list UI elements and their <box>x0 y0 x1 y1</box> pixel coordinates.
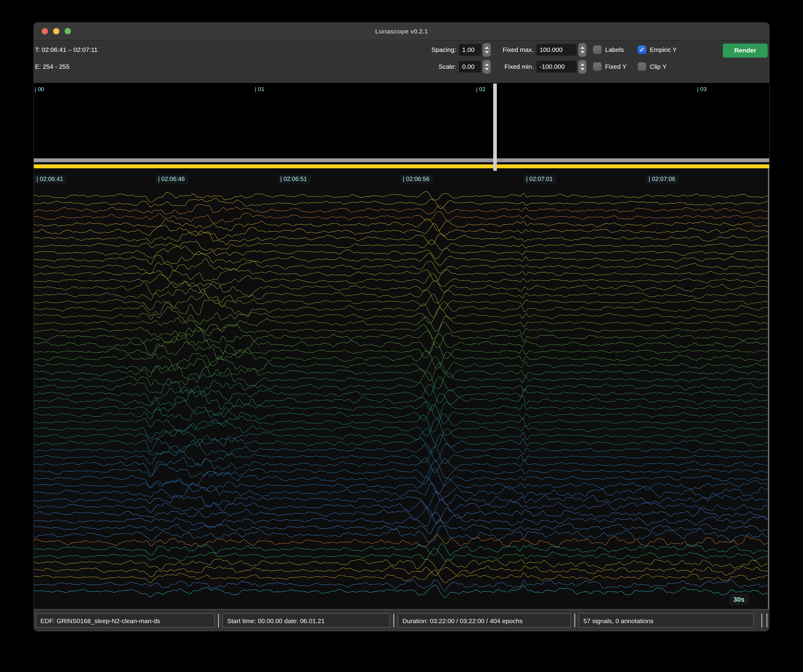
scale-input[interactable]: 0.00 <box>459 61 481 72</box>
status-bar: EDF: GRINS0168_sleep-N2-clean-man-ds Sta… <box>34 609 769 631</box>
grip-line <box>761 614 762 627</box>
navigator-tick-02: | 02 <box>476 86 485 93</box>
clip-y-checkbox-label: Clip Y <box>650 63 666 70</box>
navigator-wrap: | 00 | 01 | 02 | 03 <box>34 83 769 168</box>
fixed-min-stepper[interactable] <box>578 60 587 74</box>
stepper-up-icon[interactable] <box>580 63 585 66</box>
fixed-max-input[interactable]: 100.000 <box>536 44 577 55</box>
labels-checkbox-group[interactable]: ✓ Labels <box>593 45 638 54</box>
window-title: Lunascope v0.2.1 <box>34 23 769 40</box>
fixed-y-checkbox[interactable]: ✓ <box>593 62 601 71</box>
epoch-duration-badge: 30s <box>729 594 749 605</box>
time-range-label: T: 02:06:41 – 02:07:11 <box>35 43 98 57</box>
empiric-y-checkbox-group[interactable]: ✓ Empiric Y <box>638 45 685 54</box>
empiric-y-checkbox[interactable]: ✓ <box>638 45 646 54</box>
navigator-tick-03: | 03 <box>697 86 707 93</box>
spacing-label: Spacing: <box>428 46 456 54</box>
navigator-tick-01: | 01 <box>255 86 264 93</box>
eeg-traces <box>34 168 768 609</box>
status-separator <box>218 614 219 627</box>
navigator-tick-00: | 00 <box>35 86 44 93</box>
labels-checkbox-label: Labels <box>605 46 624 54</box>
fixed-max-stepper[interactable] <box>578 43 587 57</box>
spacing-input[interactable]: 1.00 <box>459 44 481 55</box>
stepper-down-icon[interactable] <box>580 68 585 70</box>
staging-progress-bar[interactable] <box>34 164 769 168</box>
status-duration: Duration: 03:22:00 / 03:22:00 / 404 epoc… <box>398 613 571 628</box>
status-resize-grip[interactable] <box>761 614 767 627</box>
fixed-y-checkbox-label: Fixed Y <box>605 63 627 70</box>
fixed-min-label: Fixed min. <box>497 63 534 70</box>
navigator-cursor[interactable] <box>493 84 497 171</box>
status-separator <box>393 614 394 627</box>
clip-y-checkbox-group[interactable]: ✓ Clip Y <box>638 62 685 71</box>
status-start-time: Start time: 00.00.00 date: 06.01.21 <box>222 613 390 628</box>
stepper-up-icon[interactable] <box>580 47 585 49</box>
navigator-gap <box>34 162 769 164</box>
empiric-y-checkbox-label: Empiric Y <box>650 46 676 54</box>
panel-scrollbar[interactable] <box>768 168 769 609</box>
status-edf: EDF: GRINS0168_sleep-N2-clean-man-ds <box>36 613 215 628</box>
status-signal-count: 57 signals, 0 annotations <box>579 613 754 628</box>
clip-y-checkbox[interactable]: ✓ <box>638 62 646 71</box>
toolbar: T: 02:06:41 – 02:07:11 E: 254 - 255 Spac… <box>34 41 769 83</box>
render-button[interactable]: Render <box>723 44 768 58</box>
signal-panel[interactable]: | 02:06:41 | 02:06:46 | 02:06:51 | 02:06… <box>34 168 769 609</box>
grip-line <box>767 614 767 627</box>
scale-label: Scale: <box>428 63 456 70</box>
status-separator <box>574 614 575 627</box>
fixed-min-input[interactable]: -100.000 <box>536 61 577 72</box>
spacing-stepper[interactable] <box>483 43 491 57</box>
fixed-max-label: Fixed max. <box>497 46 534 54</box>
navigator-area[interactable]: | 00 | 01 | 02 | 03 <box>34 83 769 158</box>
stepper-down-icon[interactable] <box>580 51 585 54</box>
title-bar[interactable]: Lunascope v0.2.1 <box>34 23 769 41</box>
epoch-range-label: E: 254 - 255 <box>35 60 69 74</box>
loaded-progress-bar[interactable] <box>34 158 769 162</box>
stepper-down-icon[interactable] <box>485 51 489 54</box>
scale-stepper[interactable] <box>483 60 491 74</box>
stepper-up-icon[interactable] <box>485 63 489 66</box>
stepper-down-icon[interactable] <box>485 68 489 70</box>
labels-checkbox[interactable]: ✓ <box>593 45 601 54</box>
check-icon: ✓ <box>639 46 645 54</box>
fixed-y-checkbox-group[interactable]: ✓ Fixed Y <box>593 62 638 71</box>
app-window: Lunascope v0.2.1 T: 02:06:41 – 02:07:11 … <box>34 23 769 631</box>
stepper-up-icon[interactable] <box>485 47 489 49</box>
